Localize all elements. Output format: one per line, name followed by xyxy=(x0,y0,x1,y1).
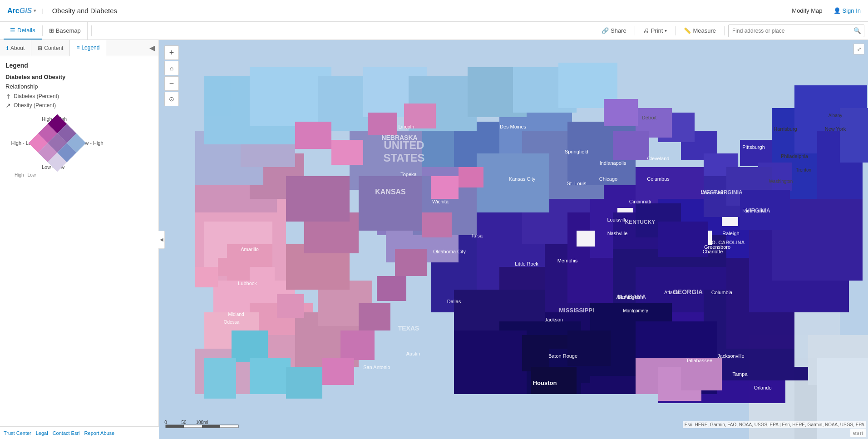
panel-collapse-edge-button[interactable]: ◀ xyxy=(158,231,165,249)
svg-text:0: 0 xyxy=(164,420,167,425)
map-area[interactable]: Houston Chicago Memphis Nashville Atlant… xyxy=(159,40,868,439)
high-label: High xyxy=(15,173,24,178)
city-detroit: Detroit xyxy=(642,115,656,120)
country-label-line2: STATES xyxy=(383,152,424,164)
attribution-text: Esri, HERE, Garmin, FAO, NOAA, USGS, EPA… xyxy=(685,422,864,427)
svg-rect-83 xyxy=(377,276,406,301)
svg-rect-69 xyxy=(368,113,397,135)
tab-basemap[interactable]: ⊞ Basemap xyxy=(43,22,88,39)
print-button[interactable]: 🖨 Print ▾ xyxy=(639,25,672,36)
axis-labels: High Low xyxy=(15,173,36,178)
country-label-line1: UNITED xyxy=(384,139,424,151)
svg-rect-42 xyxy=(840,108,868,163)
diabetes-legend-item: ↗ Diabetes (Percent) xyxy=(5,93,153,100)
share-button[interactable]: 🔗 Share xyxy=(597,25,631,36)
state-virginia: VIRGINIA xyxy=(746,207,770,214)
diabetes-arrow-icon: ↗ xyxy=(4,92,13,101)
tab-details[interactable]: ☰ Details xyxy=(4,22,42,39)
city-springfield: Springfield xyxy=(565,149,588,154)
divider-1 xyxy=(635,26,635,35)
svg-rect-87 xyxy=(195,267,218,287)
tab-basemap-label: Basemap xyxy=(56,27,81,34)
svg-rect-93 xyxy=(567,330,611,366)
modify-map-button[interactable]: Modify Map xyxy=(788,5,826,16)
content-icon: ⊞ xyxy=(38,45,42,51)
user-icon: 👤 xyxy=(833,7,841,14)
city-wichita: Wichita xyxy=(432,199,449,204)
layer-title: Diabetes and Obesity xyxy=(5,74,153,80)
contact-esri-link[interactable]: Contact Esri xyxy=(53,430,80,436)
svg-rect-102 xyxy=(613,131,649,160)
dropdown-icon[interactable]: ▾ xyxy=(34,8,36,13)
tab-content[interactable]: ⊞ Content xyxy=(31,40,70,56)
legal-link[interactable]: Legal xyxy=(36,430,48,436)
trust-center-link[interactable]: Trust Center xyxy=(4,430,31,436)
toolbar-right: 🔗 Share 🖨 Print ▾ 📏 Measure 🔍 xyxy=(597,25,864,37)
zoom-out-button[interactable]: − xyxy=(164,76,179,91)
svg-rect-80 xyxy=(459,167,483,187)
map-title: Obesity and Diabetes xyxy=(52,7,117,15)
svg-rect-82 xyxy=(395,249,427,276)
state-kentucky: KENTUCKY xyxy=(625,219,656,225)
toolbar-sep-2 xyxy=(91,25,92,36)
modify-map-label: Modify Map xyxy=(792,7,822,14)
sign-in-button[interactable]: 👤 Sign In xyxy=(833,7,861,14)
divider-2 xyxy=(675,26,676,35)
obesity-arrow-icon: ↗ xyxy=(5,102,11,109)
city-odessa: Odessa xyxy=(224,320,240,325)
obesity-label: Obesity (Percent) xyxy=(14,102,56,109)
header-separator: | xyxy=(41,7,43,14)
city-tallahassee: Tallahassee xyxy=(686,358,712,363)
tab-content-label: Content xyxy=(44,45,63,51)
bivariate-diamond xyxy=(37,123,78,163)
svg-rect-101 xyxy=(604,99,638,126)
info-icon: ℹ xyxy=(6,45,9,51)
footer: Trust Center Legal Contact Esri Report A… xyxy=(0,426,159,439)
city-stlouis: St. Louis xyxy=(567,181,587,186)
city-pittsburgh: Pittsburgh xyxy=(742,144,765,150)
tab-legend[interactable]: ≡ Legend xyxy=(70,40,106,56)
city-desmoines: Des Moines xyxy=(500,124,527,129)
low-label: Low xyxy=(28,173,36,178)
svg-rect-81 xyxy=(422,212,452,237)
map-controls: + ⌂ − ⊙ xyxy=(164,45,179,106)
city-indianapolis: Indianapolis xyxy=(600,160,626,166)
measure-icon: 📏 xyxy=(684,27,691,34)
tab-about[interactable]: ℹ About xyxy=(0,40,31,56)
city-jackson: Jackson xyxy=(545,317,563,322)
state-texas: TEXAS xyxy=(398,325,419,332)
measure-button[interactable]: 📏 Measure xyxy=(679,25,720,36)
header: ArcGIS ▾ | Obesity and Diabetes Modify M… xyxy=(0,0,868,22)
arcgis-logo[interactable]: ArcGIS ▾ xyxy=(7,7,36,15)
print-icon: 🖨 xyxy=(643,27,649,34)
divider-3 xyxy=(724,26,725,35)
svg-text:50: 50 xyxy=(181,420,187,425)
maximize-button[interactable]: ⤢ xyxy=(853,44,864,54)
panel-collapse-button[interactable]: ◀ xyxy=(146,40,158,56)
city-columbia: Columbia xyxy=(711,290,733,295)
state-mississippi: MISSISSIPPI xyxy=(559,307,594,314)
report-abuse-link[interactable]: Report Abuse xyxy=(84,430,115,436)
svg-rect-67 xyxy=(295,122,331,149)
city-nashville: Nashville xyxy=(607,231,628,236)
print-label: Print xyxy=(651,27,663,34)
city-tulsa: Tulsa xyxy=(471,233,483,238)
locate-button[interactable]: ⊙ xyxy=(164,92,179,106)
city-cincinnati: Cincinnati xyxy=(629,199,651,204)
search-button[interactable]: 🔍 xyxy=(851,27,864,34)
city-batonrouge: Baton Rouge xyxy=(548,353,577,359)
state-northcarolina: NO. CAROLINA xyxy=(708,240,745,245)
city-philadelphia: Philadelphia xyxy=(781,153,809,159)
print-dropdown-icon: ▾ xyxy=(665,28,667,33)
share-label: Share xyxy=(611,27,626,34)
city-orlando: Orlando xyxy=(754,385,771,390)
search-input[interactable] xyxy=(729,28,851,34)
zoom-in-button[interactable]: + xyxy=(164,45,179,60)
home-button[interactable]: ⌂ xyxy=(164,61,179,75)
basemap-icon: ⊞ xyxy=(49,27,54,34)
tab-legend-label: Legend xyxy=(81,44,99,51)
bivariate-row: High - Low Low - High xyxy=(10,123,104,163)
city-dallas: Dallas xyxy=(447,299,461,304)
city-topeka: Topeka xyxy=(400,172,417,177)
svg-rect-97 xyxy=(740,140,772,166)
